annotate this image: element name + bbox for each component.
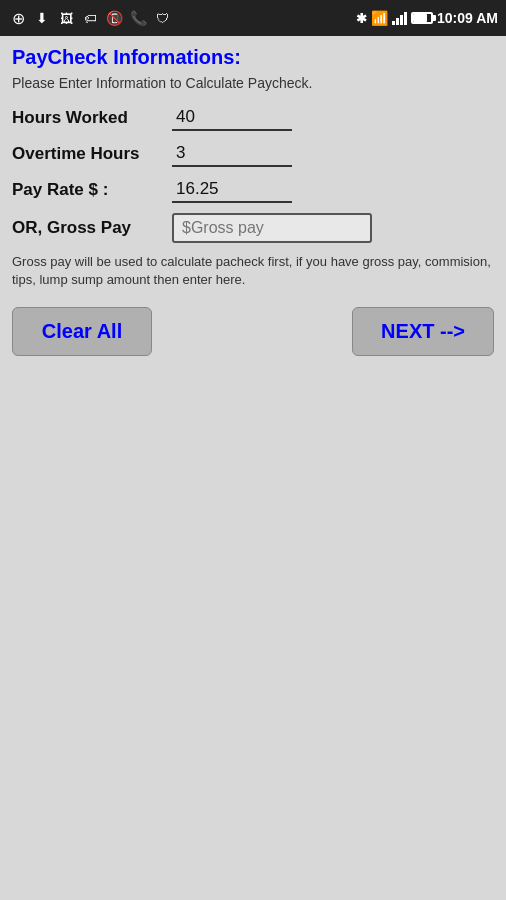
pay-rate-row: Pay Rate $ : (12, 177, 494, 203)
signal-icon (392, 11, 407, 25)
page-subtitle: Please Enter Information to Calculate Pa… (12, 75, 494, 91)
battery-icon (411, 12, 433, 24)
page-title: PayCheck Informations: (12, 46, 494, 69)
status-icons-left: ⊕ ⬇ 🖼 🏷 📵 📞 🛡 (8, 8, 172, 28)
pay-rate-label: Pay Rate $ : (12, 180, 172, 200)
gross-pay-label: OR, Gross Pay (12, 218, 172, 238)
hours-worked-label: Hours Worked (12, 108, 172, 128)
pay-rate-input[interactable] (172, 177, 292, 203)
add-icon: ⊕ (8, 8, 28, 28)
main-content: PayCheck Informations: Please Enter Info… (0, 36, 506, 366)
overtime-hours-input[interactable] (172, 141, 292, 167)
hours-worked-input[interactable] (172, 105, 292, 131)
shield-icon: 🛡 (152, 8, 172, 28)
bluetooth-icon: ✱ (356, 11, 367, 26)
download-icon: ⬇ (32, 8, 52, 28)
gross-pay-row: OR, Gross Pay (12, 213, 494, 243)
phone-red-icon: 📵 (104, 8, 124, 28)
gross-pay-input[interactable] (172, 213, 372, 243)
status-bar: ⊕ ⬇ 🖼 🏷 📵 📞 🛡 ✱ 📶 10:09 AM (0, 0, 506, 36)
status-icons-right: ✱ 📶 10:09 AM (356, 10, 498, 26)
image-icon: 🖼 (56, 8, 76, 28)
buttons-row: Clear All NEXT --> (12, 307, 494, 356)
clear-all-button[interactable]: Clear All (12, 307, 152, 356)
hours-worked-row: Hours Worked (12, 105, 494, 131)
overtime-hours-row: Overtime Hours (12, 141, 494, 167)
overtime-hours-label: Overtime Hours (12, 144, 172, 164)
status-time: 10:09 AM (437, 10, 498, 26)
info-text: Gross pay will be used to calculate pach… (12, 253, 494, 289)
wifi-icon: 📶 (371, 10, 388, 26)
tag-icon: 🏷 (80, 8, 100, 28)
next-button[interactable]: NEXT --> (352, 307, 494, 356)
phone-green-icon: 📞 (128, 8, 148, 28)
